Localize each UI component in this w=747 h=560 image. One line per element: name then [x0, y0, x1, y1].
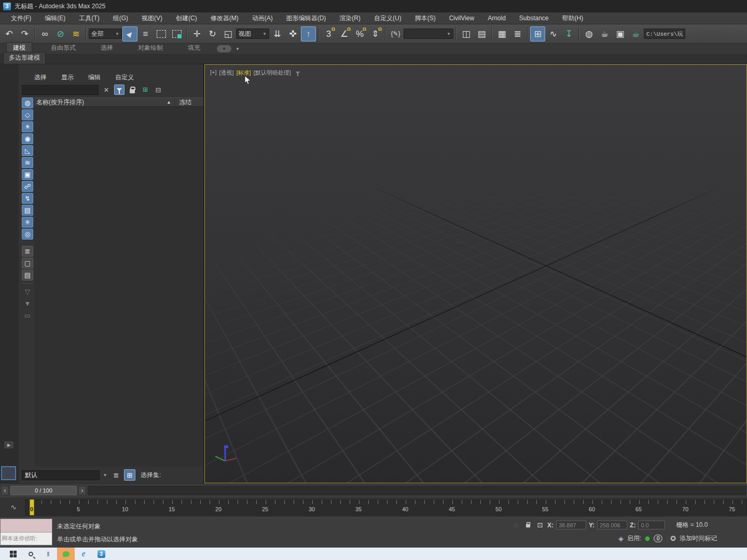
- unlink-selection-icon[interactable]: ⊘: [53, 26, 68, 41]
- menu-item[interactable]: 自定义(U): [367, 12, 408, 24]
- select-object-button[interactable]: ►: [122, 26, 137, 41]
- display-space-warps-toggle[interactable]: ≋: [22, 157, 33, 168]
- select-and-scale-button[interactable]: ◱: [220, 26, 236, 41]
- toggle-layer-explorer-button[interactable]: ≣: [510, 26, 525, 41]
- layer-view-icon[interactable]: ≣: [110, 469, 122, 481]
- collapse-tree-icon[interactable]: ⊟: [153, 85, 163, 95]
- display-xrefs-toggle[interactable]: ▣: [22, 169, 33, 180]
- explorer-menu-item[interactable]: 显示: [54, 72, 81, 83]
- mini-curve-editor-button[interactable]: ∿: [6, 501, 21, 513]
- z-coordinate-field[interactable]: 0.0: [638, 521, 665, 529]
- display-shapes-toggle[interactable]: ◇: [22, 109, 33, 120]
- menu-item[interactable]: CivilView: [442, 13, 481, 23]
- rendered-frame-window-button[interactable]: ▣: [613, 26, 628, 41]
- macro-recorder-pane[interactable]: [1, 519, 52, 533]
- clear-search-icon[interactable]: ✕: [101, 85, 112, 95]
- align-button[interactable]: ▤: [474, 26, 489, 41]
- explorer-preset-dropdown[interactable]: 默认: [22, 470, 100, 480]
- snaps-toggle-3d[interactable]: 3Ω: [321, 26, 336, 41]
- column-name-header[interactable]: 名称(按升序排序): [36, 98, 163, 107]
- steering-wheel-icon[interactable]: ✪: [670, 535, 676, 542]
- taskbar-search-button[interactable]: [22, 548, 39, 560]
- bind-to-space-warp-icon[interactable]: ≋: [68, 26, 84, 41]
- spinner-snap-toggle[interactable]: ⇕Ω: [368, 26, 383, 41]
- display-plugins-toggle[interactable]: ✳: [22, 217, 33, 228]
- menu-item[interactable]: 文件(F): [4, 12, 38, 24]
- select-and-rotate-button[interactable]: ↻: [205, 26, 220, 41]
- redo-icon[interactable]: ↷: [17, 26, 32, 41]
- shield-icon[interactable]: ◈: [618, 535, 624, 542]
- select-by-name-button[interactable]: ≡: [138, 26, 153, 41]
- display-list-views-button[interactable]: ≣: [22, 246, 33, 257]
- isolate-selection-icon[interactable]: ◌: [511, 521, 521, 529]
- polygon-modeling-panel-tab[interactable]: 多边形建模: [3, 52, 46, 64]
- warning-count-badge[interactable]: 0: [654, 535, 662, 542]
- percent-snap-toggle[interactable]: %Ω: [352, 26, 367, 41]
- display-lights-toggle[interactable]: ☀: [22, 121, 33, 132]
- ribbon-tab[interactable]: 填充: [182, 43, 206, 54]
- viewport-layout-tab[interactable]: [1, 466, 16, 480]
- ribbon-tab[interactable]: 选择: [94, 43, 119, 54]
- lock-icon[interactable]: [127, 85, 137, 95]
- layout-flyout-button[interactable]: ▶: [4, 441, 14, 449]
- menu-item[interactable]: Substance: [513, 13, 556, 23]
- selection-filter-dropdown[interactable]: 全部▼: [89, 29, 122, 39]
- render-production-button[interactable]: ☕: [628, 26, 643, 41]
- absolute-mode-icon[interactable]: ⊡: [535, 521, 545, 529]
- rectangular-selection-region-button[interactable]: [154, 26, 169, 41]
- reference-coordinate-system-dropdown[interactable]: 视图▼: [236, 29, 269, 39]
- viewport-label-segment[interactable]: [+]: [210, 69, 217, 77]
- display-geometry-toggle[interactable]: ◍: [22, 97, 33, 108]
- display-ik-chains-toggle[interactable]: ↯: [22, 193, 33, 204]
- display-cameras-toggle[interactable]: ◉: [22, 133, 33, 144]
- menu-item[interactable]: 工具(T): [72, 12, 106, 24]
- menu-item[interactable]: 视图(V): [135, 12, 169, 24]
- edit-named-selection-sets-button[interactable]: {✎}: [388, 26, 403, 41]
- viewport-label-segment[interactable]: [透视]: [219, 69, 234, 77]
- new-container-button[interactable]: ▭: [22, 310, 33, 321]
- filter-icon[interactable]: [114, 85, 125, 95]
- window-crossing-toggle[interactable]: [169, 26, 184, 41]
- keyboard-shortcut-override-toggle[interactable]: ↑: [301, 26, 316, 41]
- menu-item[interactable]: 编辑(E): [38, 12, 72, 24]
- ribbon-tab[interactable]: 对象绘制: [132, 43, 169, 54]
- search-input[interactable]: [22, 85, 99, 95]
- ribbon-tab[interactable]: 自由形式: [45, 43, 82, 54]
- taskbar-3dsmax-button[interactable]: 3: [92, 548, 110, 560]
- time-slider-handle[interactable]: 0 / 100: [10, 486, 77, 495]
- menu-item[interactable]: 创建(C): [169, 12, 204, 24]
- display-materials-button[interactable]: ▢: [22, 258, 33, 269]
- filters-button[interactable]: ▼: [22, 298, 33, 309]
- taskbar-ie-button[interactable]: e: [75, 548, 92, 560]
- time-slider-track[interactable]: [88, 486, 746, 495]
- schematic-view-button[interactable]: ↧: [561, 26, 576, 41]
- previous-frame-button[interactable]: ‹: [1, 486, 9, 495]
- material-editor-button[interactable]: ◍: [582, 26, 597, 41]
- menu-item[interactable]: 渲染(R): [333, 12, 367, 24]
- menu-item[interactable]: Arnold: [481, 13, 513, 23]
- display-helpers-toggle[interactable]: ◺: [22, 145, 33, 156]
- viewport-filter-icon[interactable]: [296, 72, 300, 74]
- start-button[interactable]: [4, 548, 22, 560]
- taskbar-wechat-button[interactable]: [57, 548, 75, 560]
- chevron-down-icon[interactable]: ▼: [102, 470, 108, 480]
- mirror-button[interactable]: ◫: [459, 26, 474, 41]
- display-bones-toggle[interactable]: ☍: [22, 181, 33, 192]
- menu-item[interactable]: 动画(A): [245, 12, 280, 24]
- sort-ascending-icon[interactable]: ▲: [167, 100, 171, 105]
- ribbon-overflow-button[interactable]: ▼: [217, 45, 231, 52]
- select-and-manipulate-button[interactable]: ✜: [285, 26, 300, 41]
- explorer-menu-item[interactable]: 编辑: [81, 72, 108, 83]
- x-coordinate-field[interactable]: 38.887: [556, 521, 586, 529]
- perspective-viewport[interactable]: [+][透视][标准][默认明暗处理]: [204, 64, 747, 483]
- expand-tree-icon[interactable]: ⊞: [140, 85, 150, 95]
- toggle-ribbon-button[interactable]: ⊞: [530, 26, 545, 41]
- display-properties-button[interactable]: ▤: [22, 270, 33, 281]
- undo-icon[interactable]: ↶: [2, 26, 17, 41]
- explorer-menu-item[interactable]: 自定义: [108, 72, 141, 83]
- named-selection-sets-dropdown[interactable]: ▼: [404, 29, 453, 39]
- menu-item[interactable]: 帮助(H): [556, 12, 590, 24]
- hierarchy-view-icon[interactable]: ⊞: [124, 469, 135, 481]
- menu-item[interactable]: 修改器(M): [204, 12, 245, 24]
- selection-lock-icon[interactable]: [523, 521, 533, 529]
